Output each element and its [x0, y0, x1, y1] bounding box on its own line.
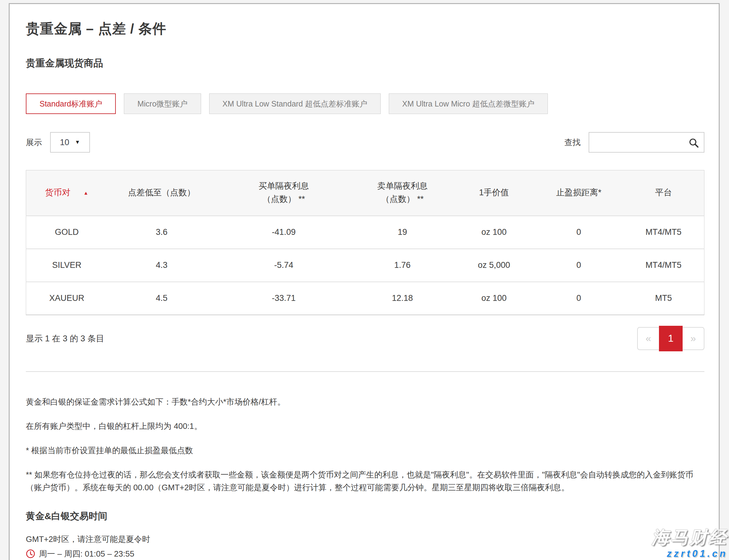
cell-spread: 4.3 [107, 249, 216, 282]
pagination: « 1 » [637, 326, 704, 351]
cell-platform: MT5 [623, 282, 704, 315]
entries-info: 显示 1 在 3 的 3 条目 [26, 333, 104, 344]
show-entries-label: 展示 [26, 137, 42, 148]
search-input[interactable] [589, 133, 704, 152]
column-header-swap-short[interactable]: 卖单隔夜利息 （点数） ** [352, 170, 453, 216]
tab-ultra-low-micro-account[interactable]: XM Ultra Low Micro 超低点差微型账户 [389, 93, 548, 114]
cell-spread: 4.5 [107, 282, 216, 315]
column-header-stop-level[interactable]: 止盈损距离* [535, 170, 623, 216]
leverage-note: 在所有账户类型中，白银的杠杆上限均为 400:1。 [26, 420, 704, 432]
table-row-xaueur: XAUEUR 4.5 -33.71 12.18 oz 100 0 MT5 [26, 282, 704, 315]
sort-asc-icon: ▲ [83, 190, 88, 196]
cell-lot-value: oz 5,000 [453, 249, 534, 282]
cell-swap-long: -41.09 [216, 216, 352, 249]
tab-ultra-low-standard-account[interactable]: XM Ultra Low Standard 超低点差标准账户 [209, 93, 381, 114]
cell-platform: MT4/MT5 [623, 216, 704, 249]
table-row-silver: SILVER 4.3 -5.74 1.76 oz 5,000 0 MT4/MT5 [26, 249, 704, 282]
cell-stop-level: 0 [535, 249, 623, 282]
cell-stop-level: 0 [535, 282, 623, 315]
watermark-url: zzrt01.cn [652, 548, 728, 559]
account-type-tabs: Standard标准账户 Micro微型账户 XM Ultra Low Stan… [26, 93, 704, 114]
table-controls: 展示 10 ▼ 查找 [26, 132, 704, 153]
section-divider [26, 371, 704, 372]
watermark-brand: 海马财经 [652, 526, 728, 549]
page-size-dropdown[interactable]: 10 ▼ [50, 132, 90, 153]
cell-swap-long: -33.71 [216, 282, 352, 315]
cell-swap-short: 1.76 [352, 249, 453, 282]
trading-hours-heading: 黄金&白银交易时间 [26, 510, 704, 523]
cell-stop-level: 0 [535, 216, 623, 249]
table-footer: 显示 1 在 3 的 3 条目 « 1 » [26, 326, 704, 351]
chevron-down-icon: ▼ [75, 139, 80, 145]
cell-symbol: SILVER [26, 249, 107, 282]
pagination-page-1-button[interactable]: 1 [659, 326, 683, 351]
column-header-lot-value[interactable]: 1手价值 [453, 170, 534, 216]
search-icon [688, 137, 699, 149]
schedule-weekdays-label: 周一 – 周四: 01:05 – 23:55 [39, 548, 134, 559]
column-header-symbol[interactable]: 货币对▲ [26, 170, 107, 216]
watermark: 海马财经 zzrt01.cn [652, 526, 728, 559]
search-box [589, 132, 704, 153]
cell-symbol: GOLD [26, 216, 107, 249]
column-header-platform[interactable]: 平台 [623, 170, 704, 216]
cell-spread: 3.6 [107, 216, 216, 249]
tab-micro-account[interactable]: Micro微型账户 [124, 93, 201, 114]
column-header-symbol-label: 货币对 [45, 188, 70, 197]
page-size-value: 10 [60, 138, 69, 147]
cell-symbol: XAUEUR [26, 282, 107, 315]
margin-formula-note: 黄金和白银的保证金需求计算公式如下：手数*合约大小*市场价格/杠杆。 [26, 396, 704, 408]
search-label: 查找 [564, 137, 580, 148]
timezone-note: GMT+2时区，请注意可能是夏令时 [26, 534, 704, 545]
content-panel: 贵重金属 – 点差 / 条件 贵重金属现货商品 Standard标准账户 Mic… [9, 3, 720, 560]
spreads-table: 货币对▲ 点差低至（点数） 买单隔夜利息 （点数） ** 卖单隔夜利息 （点数）… [26, 170, 704, 315]
column-header-swap-long[interactable]: 买单隔夜利息 （点数） ** [216, 170, 352, 216]
column-header-spread[interactable]: 点差低至（点数） [107, 170, 216, 216]
stop-level-footnote: * 根据当前市价设置挂单的最低止损盈最低点数 [26, 444, 704, 457]
schedule-row-weekdays: 周一 – 周四: 01:05 – 23:55 [26, 548, 704, 559]
tab-standard-account[interactable]: Standard标准账户 [26, 93, 116, 114]
cell-swap-short: 19 [352, 216, 453, 249]
page-subtitle: 贵重金属现货商品 [26, 57, 704, 70]
cell-swap-short: 12.18 [352, 282, 453, 315]
notes-section: 黄金和白银的保证金需求计算公式如下：手数*合约大小*市场价格/杠杆。 在所有账户… [26, 396, 704, 494]
table-row-gold: GOLD 3.6 -41.09 19 oz 100 0 MT4/MT5 [26, 216, 704, 249]
table-header-row: 货币对▲ 点差低至（点数） 买单隔夜利息 （点数） ** 卖单隔夜利息 （点数）… [26, 170, 704, 216]
pagination-next-button[interactable]: » [682, 327, 704, 350]
cell-swap-long: -5.74 [216, 249, 352, 282]
pagination-prev-button[interactable]: « [637, 327, 660, 350]
swap-footnote: ** 如果您有仓位持仓过夜的话，那么您会支付或者获取一些金额，该金额便是两个货币… [26, 468, 704, 494]
cell-lot-value: oz 100 [453, 282, 534, 315]
page-title: 贵重金属 – 点差 / 条件 [26, 20, 704, 38]
cell-lot-value: oz 100 [453, 216, 534, 249]
cell-platform: MT4/MT5 [623, 249, 704, 282]
clock-icon [26, 549, 35, 558]
